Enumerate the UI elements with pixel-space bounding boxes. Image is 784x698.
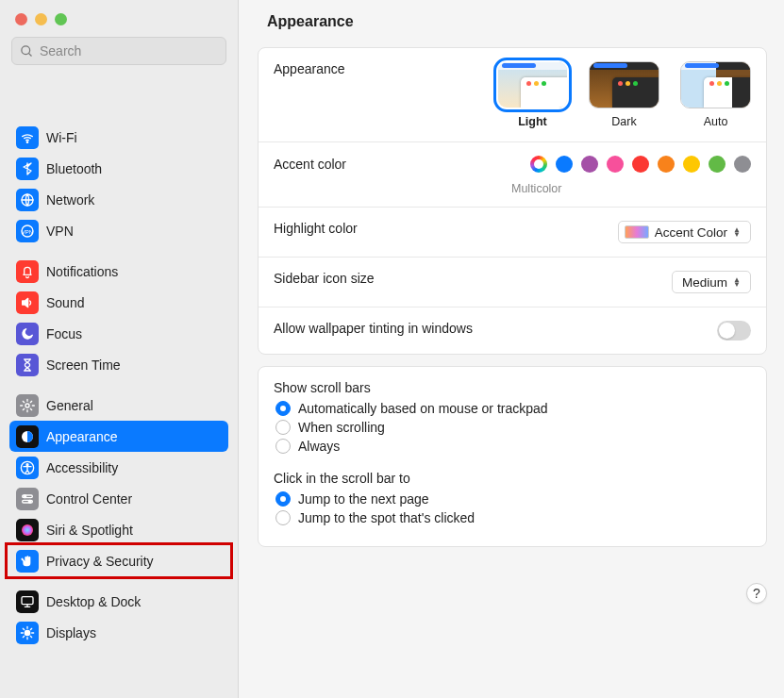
show-scroll-bars-option-scrolling[interactable]: When scrolling xyxy=(275,420,751,435)
speaker-icon xyxy=(16,291,39,314)
sidebar-item-appearance[interactable]: Appearance xyxy=(9,421,228,452)
sidebar-icon-size-popup[interactable]: Medium ▲▼ xyxy=(672,271,751,293)
accent-color-options xyxy=(530,156,751,173)
svg-text:VPN: VPN xyxy=(22,228,33,234)
sidebar-item-desktopdock[interactable]: Desktop & Dock xyxy=(9,586,228,617)
highlight-color-popup[interactable]: Accent Color ▲▼ xyxy=(618,221,751,243)
appearance-option-auto[interactable]: Auto xyxy=(680,61,751,128)
sidebar-item-accessibility[interactable]: Accessibility xyxy=(9,452,228,483)
show-scroll-bars-option-always[interactable]: Always xyxy=(275,439,751,454)
appearance-option-light[interactable]: Light xyxy=(497,61,568,128)
sidebar-item-wifi[interactable]: Wi-Fi xyxy=(9,122,228,153)
hourglass-icon xyxy=(16,354,39,376)
allow-wallpaper-tinting-toggle[interactable] xyxy=(717,321,751,341)
radio-button[interactable] xyxy=(275,420,291,435)
desktop-icon xyxy=(16,590,39,613)
sidebar-item-bluetooth[interactable]: Bluetooth xyxy=(9,153,228,184)
sidebar-item-label: Focus xyxy=(46,326,82,341)
sidebar-item-privacy[interactable]: Privacy & Security xyxy=(9,545,228,576)
svg-point-14 xyxy=(22,524,33,536)
content-pane: Appearance Appearance Light Dark Auto Ac… xyxy=(239,0,784,698)
accent-color-purple[interactable] xyxy=(581,156,598,173)
accent-color-yellow[interactable] xyxy=(683,156,700,173)
accent-color-orange[interactable] xyxy=(658,156,675,173)
sidebar-item-label: Siri & Spotlight xyxy=(46,523,133,538)
switches-icon xyxy=(16,488,39,510)
sidebar-item-siri[interactable]: Siri & Spotlight xyxy=(9,514,228,545)
window-controls xyxy=(0,0,238,35)
radio-label: Automatically based on mouse or trackpad xyxy=(298,401,548,416)
sidebar-item-sound[interactable]: Sound xyxy=(9,287,228,318)
accent-color-green[interactable] xyxy=(709,156,726,173)
siri-icon xyxy=(16,519,39,541)
gear-icon xyxy=(16,394,39,417)
radio-button[interactable] xyxy=(275,491,291,507)
chevron-updown-icon: ▲▼ xyxy=(733,277,746,287)
highlight-color-value: Accent Color xyxy=(655,225,727,240)
show-scroll-bars-option-auto[interactable]: Automatically based on mouse or trackpad xyxy=(275,401,751,416)
svg-point-9 xyxy=(26,463,28,465)
sidebar-item-general[interactable]: General xyxy=(9,390,228,421)
accent-color-multicolor[interactable] xyxy=(530,156,547,173)
sidebar-item-vpn[interactable]: VPNVPN xyxy=(9,215,228,246)
svg-rect-15 xyxy=(22,596,33,604)
accent-color-red[interactable] xyxy=(632,156,649,173)
hand-icon xyxy=(16,550,39,573)
show-scroll-bars-title: Show scroll bars xyxy=(274,380,751,395)
svg-point-12 xyxy=(24,495,26,498)
appearance-panel: Appearance Light Dark Auto Accent color … xyxy=(258,47,767,355)
sidebar-icon-size-row: Sidebar icon size Medium ▲▼ xyxy=(259,258,766,307)
sidebar-item-label: Displays xyxy=(46,625,96,640)
radio-button[interactable] xyxy=(275,439,291,454)
appearance-option-dark[interactable]: Dark xyxy=(589,61,659,128)
svg-point-6 xyxy=(25,404,29,407)
sidebar-item-notifications[interactable]: Notifications xyxy=(9,256,228,287)
search-input[interactable] xyxy=(40,43,218,58)
wifi-icon xyxy=(16,126,39,149)
sidebar-item-network[interactable]: Network xyxy=(9,184,228,215)
vpn-icon: VPN xyxy=(16,220,39,242)
globe-icon xyxy=(16,189,39,211)
sidebar-item-label: Control Center xyxy=(46,491,132,507)
radio-button[interactable] xyxy=(275,510,291,525)
sidebar-item-label: Privacy & Security xyxy=(46,554,154,569)
sidebar-item-label: Accessibility xyxy=(46,460,118,475)
accent-color-graphite[interactable] xyxy=(734,156,751,173)
sidebar-item-displays[interactable]: Displays xyxy=(9,617,228,648)
accent-color-blue[interactable] xyxy=(556,156,573,173)
fullscreen-window-button[interactable] xyxy=(55,13,67,25)
sidebar-item-controlcenter[interactable]: Control Center xyxy=(9,483,228,514)
search-box[interactable] xyxy=(11,37,226,65)
help-button[interactable]: ? xyxy=(746,583,767,604)
sidebar-item-label: Network xyxy=(46,192,94,208)
highlight-color-swatch xyxy=(625,225,649,239)
appearance-thumb-auto[interactable] xyxy=(680,61,751,108)
highlight-color-label: Highlight color xyxy=(274,221,358,236)
accent-color-selected-caption: Multicolor xyxy=(511,182,751,195)
sidebar-item-focus[interactable]: Focus xyxy=(9,318,228,349)
radio-label: Always xyxy=(298,439,340,454)
accent-color-pink[interactable] xyxy=(607,156,624,173)
sidebar-item-label: Bluetooth xyxy=(46,161,102,176)
help-icon: ? xyxy=(753,586,760,601)
click-in-scroll-bar-option-next[interactable]: Jump to the next page xyxy=(275,491,751,507)
sidebar-item-screentime[interactable]: Screen Time xyxy=(9,349,228,380)
radio-button[interactable] xyxy=(275,401,291,416)
svg-point-2 xyxy=(26,141,27,142)
appearance-icon xyxy=(16,425,39,448)
appearance-options: Light Dark Auto xyxy=(497,61,751,128)
appearance-thumb-light[interactable] xyxy=(497,61,568,108)
sidebar-item-label: Sound xyxy=(46,295,84,310)
sidebar-item-label: General xyxy=(46,398,93,413)
close-window-button[interactable] xyxy=(15,13,27,25)
radio-label: When scrolling xyxy=(298,420,385,435)
bluetooth-icon xyxy=(16,158,39,180)
minimize-window-button[interactable] xyxy=(35,13,47,25)
accessibility-icon xyxy=(16,457,39,479)
sun-icon xyxy=(16,622,39,644)
search-wrapper xyxy=(0,35,238,78)
click-in-scroll-bar-option-spot[interactable]: Jump to the spot that's clicked xyxy=(275,510,751,525)
appearance-option-label: Dark xyxy=(611,115,636,128)
appearance-thumb-dark[interactable] xyxy=(589,61,659,108)
allow-wallpaper-tinting-label: Allow wallpaper tinting in windows xyxy=(274,321,473,336)
